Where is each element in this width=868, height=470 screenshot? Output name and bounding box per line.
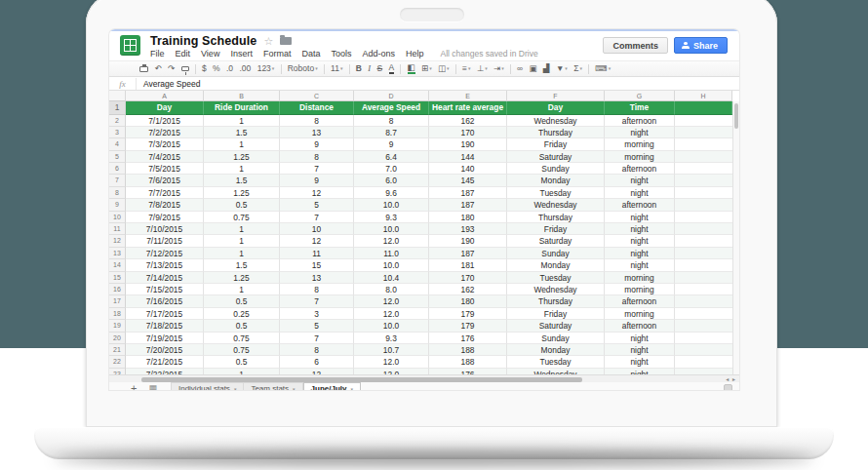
cell[interactable]: 8 [280, 115, 354, 127]
cell[interactable]: 10.0 [354, 320, 429, 332]
cell[interactable]: 7/20/2015 [126, 344, 204, 356]
text-color-button[interactable]: A [385, 62, 397, 75]
menu-view[interactable]: View [201, 49, 219, 59]
cell[interactable] [675, 284, 732, 295]
cell[interactable]: 190 [429, 138, 507, 150]
cell[interactable]: 7 [280, 333, 354, 344]
cell[interactable]: night [605, 212, 675, 223]
cell[interactable]: 179 [429, 320, 507, 332]
cell[interactable]: 7/17/2015 [126, 308, 204, 320]
menu-data[interactable]: Data [301, 49, 320, 59]
cell[interactable]: 5 [280, 320, 354, 332]
cell[interactable]: 10.7 [354, 344, 429, 356]
row-number[interactable]: 22 [109, 356, 126, 368]
cell[interactable]: 7/21/2015 [126, 356, 204, 368]
cell[interactable]: 7/13/2015 [126, 259, 204, 271]
cell[interactable]: 140 [429, 163, 507, 175]
cell[interactable]: 1 [204, 163, 280, 175]
row-number[interactable]: 19 [109, 320, 126, 332]
cell[interactable]: 9 [354, 138, 429, 150]
cell[interactable]: 1 [204, 223, 280, 235]
functions-icon[interactable]: Σ▾ [571, 62, 585, 75]
cell[interactable]: 9.3 [354, 212, 429, 223]
all-sheets-icon[interactable]: ▦ [148, 382, 157, 390]
cell[interactable]: Sunday [507, 248, 605, 259]
cell[interactable]: 187 [429, 248, 507, 259]
row-number[interactable]: 5 [109, 151, 126, 163]
cell[interactable] [675, 115, 732, 127]
insert-chart-icon[interactable]: ▟ [540, 62, 553, 75]
column-header-G[interactable]: G [605, 91, 675, 101]
cell[interactable]: Friday [507, 138, 605, 150]
cell[interactable]: 10 [280, 223, 354, 235]
cell[interactable]: 1.25 [204, 187, 280, 199]
cell[interactable]: night [605, 223, 675, 235]
row-number[interactable]: 2 [109, 115, 126, 127]
sheet-tab-teamstats[interactable]: Team stats▾ [244, 382, 302, 390]
cell[interactable]: 7 [280, 163, 354, 175]
vertical-scrollbar-thumb[interactable] [734, 103, 738, 129]
comments-button[interactable]: Comments [603, 37, 668, 54]
merge-cells-button[interactable]: ◫▾ [435, 62, 453, 75]
cell[interactable]: 181 [429, 259, 507, 271]
cell[interactable]: night [605, 259, 675, 271]
cell[interactable]: 1 [204, 115, 280, 127]
cell[interactable]: Monday [507, 259, 605, 271]
cell[interactable]: afternoon [605, 320, 675, 332]
cell[interactable]: 8.0 [354, 284, 429, 295]
percent-format-button[interactable]: % [210, 62, 223, 75]
cell[interactable]: 145 [429, 175, 507, 186]
cell[interactable] [675, 212, 732, 223]
cell[interactable]: 1 [204, 284, 280, 295]
italic-button[interactable]: I [365, 62, 374, 75]
cell[interactable]: 162 [429, 115, 507, 127]
redo-icon[interactable]: ↷ [165, 62, 178, 75]
cell[interactable]: 0.75 [204, 333, 280, 344]
cell[interactable]: 11 [280, 248, 354, 259]
row-number[interactable]: 3 [109, 127, 126, 138]
folder-icon[interactable] [280, 37, 292, 45]
menu-format[interactable]: Format [263, 49, 292, 59]
cell[interactable] [675, 127, 732, 138]
cell[interactable]: 0.5 [204, 356, 280, 368]
cell[interactable]: night [605, 127, 675, 138]
cell[interactable]: Tuesday [507, 187, 605, 199]
cell[interactable]: 144 [429, 151, 507, 163]
row-number[interactable]: 17 [109, 295, 126, 307]
explore-icon[interactable] [724, 384, 732, 390]
cell[interactable]: 5 [280, 199, 354, 211]
sheet-tab-individualstats[interactable]: Individual stats▾ [171, 382, 244, 390]
row-number[interactable]: 20 [109, 333, 126, 344]
column-header-F[interactable]: F [507, 91, 605, 101]
cell[interactable]: 1.25 [204, 272, 280, 284]
vertical-scrollbar[interactable] [732, 101, 739, 374]
fill-color-button[interactable]: ◧ [404, 62, 417, 75]
cell[interactable]: Tuesday [507, 356, 605, 368]
cell[interactable]: 1 [204, 248, 280, 259]
column-header-D[interactable]: D [354, 91, 429, 101]
cell[interactable]: Saturday [507, 151, 605, 163]
cell[interactable]: 7 [280, 212, 354, 223]
row-number[interactable]: 12 [109, 235, 126, 247]
column-header-A[interactable]: A [126, 91, 204, 101]
cell[interactable]: 6 [280, 356, 354, 368]
cell[interactable]: 12 [280, 235, 354, 247]
cell[interactable]: 10.4 [354, 272, 429, 284]
cell[interactable]: Monday [507, 344, 605, 356]
number-format-menu[interactable]: 123▾ [254, 62, 277, 75]
cell[interactable]: 7/14/2015 [126, 272, 204, 284]
cell[interactable]: 0.75 [204, 344, 280, 356]
horizontal-scrollbar[interactable]: ◂ ▸ [109, 374, 739, 382]
cell[interactable]: afternoon [605, 163, 675, 175]
row-number[interactable]: 8 [109, 187, 126, 199]
cell[interactable]: night [605, 187, 675, 199]
column-header-H[interactable]: H [675, 91, 732, 101]
cell[interactable]: 7/19/2015 [126, 333, 204, 344]
cell[interactable] [675, 163, 732, 175]
undo-icon[interactable]: ↶ [151, 62, 165, 75]
column-header-E[interactable]: E [429, 91, 507, 101]
row-number[interactable]: 13 [109, 248, 126, 259]
cell[interactable]: Tuesday [507, 272, 605, 284]
cell[interactable]: night [605, 248, 675, 259]
cell[interactable]: 12 [280, 187, 354, 199]
